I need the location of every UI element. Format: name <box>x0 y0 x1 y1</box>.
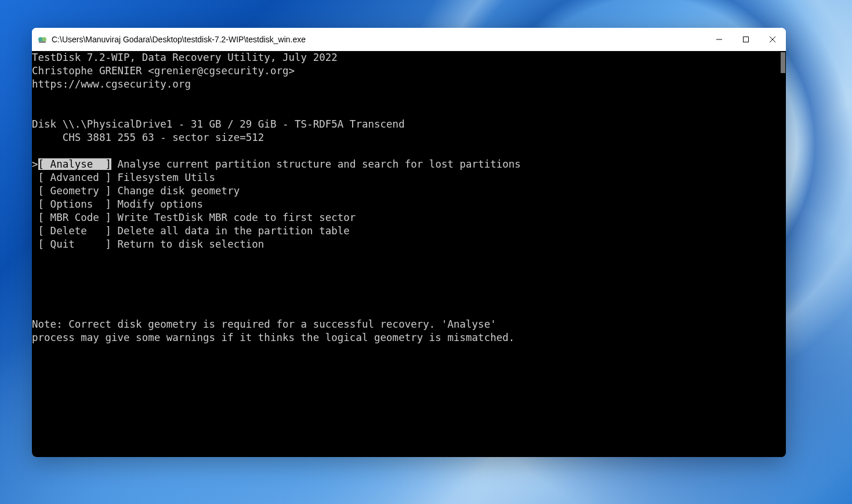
header-line: TestDisk 7.2-WIP, Data Recovery Utility,… <box>32 51 786 64</box>
note-line: process may give some warnings if it thi… <box>32 331 786 345</box>
console-output: TestDisk 7.2-WIP, Data Recovery Utility,… <box>32 51 786 345</box>
disk-line: Disk \\.\PhysicalDrive1 - 31 GB / 29 GiB… <box>32 118 786 131</box>
menu-item-mbrcode[interactable]: [ MBR Code ] Write TestDisk MBR code to … <box>32 211 786 224</box>
menu-item-delete[interactable]: [ Delete ] Delete all data in the partit… <box>32 224 786 238</box>
blank-line <box>32 251 786 264</box>
menu-label: [ Delete ] <box>32 225 111 237</box>
header-line: https://www.cgsecurity.org <box>32 78 786 91</box>
menu-item-analyse[interactable]: >[ Analyse ] Analyse current partition s… <box>32 158 786 171</box>
header-line: Christophe GRENIER <grenier@cgsecurity.o… <box>32 64 786 78</box>
blank-line <box>32 104 786 118</box>
console-window: C:\Users\Manuviraj Godara\Desktop\testdi… <box>32 28 786 457</box>
blank-line <box>32 264 786 278</box>
menu-desc: Analyse current partition structure and … <box>111 158 521 170</box>
menu-desc: Delete all data in the partition table <box>111 225 350 237</box>
console-scrollbar[interactable] <box>778 51 786 457</box>
menu-desc: Return to disk selection <box>111 238 264 250</box>
blank-line <box>32 91 786 104</box>
menu-item-advanced[interactable]: [ Advanced ] Filesystem Utils <box>32 171 786 184</box>
menu-desc: Modify options <box>111 198 203 210</box>
maximize-button[interactable] <box>733 28 759 51</box>
menu-label: [ Options ] <box>32 198 111 210</box>
console-area[interactable]: TestDisk 7.2-WIP, Data Recovery Utility,… <box>32 51 786 457</box>
menu-label: [ MBR Code ] <box>32 212 111 223</box>
window-title: C:\Users\Manuviraj Godara\Desktop\testdi… <box>52 35 706 44</box>
blank-line <box>32 144 786 158</box>
svg-rect-2 <box>39 41 46 43</box>
disk-line: CHS 3881 255 63 - sector size=512 <box>32 131 786 144</box>
app-icon <box>38 35 47 44</box>
menu-label: [ Advanced ] <box>32 172 111 183</box>
note-line: Note: Correct disk geometry is required … <box>32 318 786 331</box>
menu-label: [ Geometry ] <box>32 185 111 197</box>
minimize-button[interactable] <box>706 28 733 51</box>
window-titlebar[interactable]: C:\Users\Manuviraj Godara\Desktop\testdi… <box>32 28 786 51</box>
blank-line <box>32 278 786 291</box>
menu-desc: Write TestDisk MBR code to first sector <box>111 212 356 223</box>
svg-rect-4 <box>744 37 749 42</box>
menu-label: [ Analyse ] <box>38 158 111 170</box>
menu-label: [ Quit ] <box>32 238 111 250</box>
close-button[interactable] <box>759 28 786 51</box>
menu-desc: Change disk geometry <box>111 185 240 197</box>
menu-desc: Filesystem Utils <box>111 172 215 183</box>
window-controls <box>706 28 786 51</box>
menu-cursor: > <box>32 158 38 170</box>
svg-point-1 <box>42 37 46 42</box>
menu-item-geometry[interactable]: [ Geometry ] Change disk geometry <box>32 184 786 198</box>
blank-line <box>32 304 786 318</box>
scrollbar-thumb[interactable] <box>781 52 785 73</box>
menu-item-quit[interactable]: [ Quit ] Return to disk selection <box>32 238 786 251</box>
menu-item-options[interactable]: [ Options ] Modify options <box>32 198 786 211</box>
blank-line <box>32 291 786 304</box>
